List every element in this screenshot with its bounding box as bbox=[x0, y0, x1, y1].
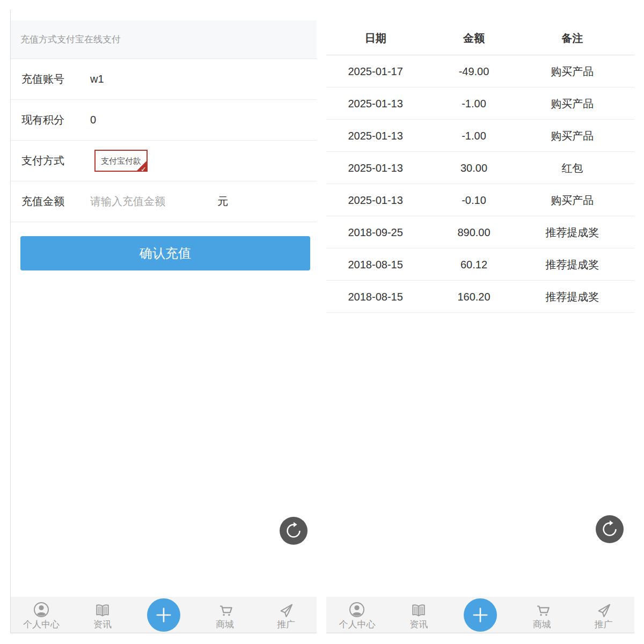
tab-profile-label: 个人中心 bbox=[339, 620, 375, 629]
pay-method-row: 支付方式 支付宝付款 ✓ bbox=[11, 141, 317, 181]
cell-note: 购买产品 bbox=[523, 120, 621, 151]
cell-amount: 160.20 bbox=[425, 281, 523, 312]
cell-note: 购买产品 bbox=[523, 55, 621, 87]
tab-news[interactable]: 资讯 bbox=[388, 597, 450, 633]
news-icon bbox=[93, 601, 112, 619]
pay-method-value: 支付宝付款 bbox=[101, 156, 141, 165]
account-row: 充值账号 w1 bbox=[11, 59, 317, 100]
cell-date: 2018-08-15 bbox=[326, 248, 425, 280]
cell-date: 2025-01-13 bbox=[326, 152, 425, 184]
table-header-row: 日期 金额 备注 bbox=[326, 21, 634, 55]
cell-note: 推荐提成奖 bbox=[523, 216, 621, 248]
user-icon bbox=[348, 601, 366, 619]
col-date: 日期 bbox=[326, 21, 425, 55]
col-note: 备注 bbox=[523, 21, 621, 55]
amount-label: 充值金额 bbox=[21, 194, 90, 209]
table-row: 2025-01-17 -49.00 购买产品 bbox=[326, 55, 634, 87]
cell-note: 红包 bbox=[523, 152, 621, 184]
tab-news-label: 资讯 bbox=[409, 620, 428, 629]
refresh-icon bbox=[280, 517, 308, 545]
tab-news-label: 资讯 bbox=[93, 620, 112, 629]
points-value: 0 bbox=[90, 114, 96, 126]
table-row: 2025-01-13 -1.00 购买产品 bbox=[326, 87, 634, 120]
tab-news[interactable]: 资讯 bbox=[72, 597, 133, 633]
cell-date: 2025-01-17 bbox=[326, 55, 425, 87]
cell-note: 推荐提成奖 bbox=[523, 281, 621, 312]
bottom-tabbar: 个人中心 资讯 bbox=[326, 597, 634, 633]
tab-promote[interactable]: 推广 bbox=[573, 597, 634, 633]
bottom-tabbar: 个人中心 资讯 bbox=[11, 597, 317, 633]
cell-date: 2025-01-13 bbox=[326, 184, 425, 216]
tab-profile[interactable]: 个人中心 bbox=[11, 597, 72, 633]
tab-promote[interactable]: 推广 bbox=[255, 597, 317, 633]
recharge-method-notice: 充值方式支付宝在线支付 bbox=[11, 20, 317, 59]
amount-unit: 元 bbox=[217, 194, 228, 209]
cell-amount: 890.00 bbox=[425, 216, 523, 248]
table-row: 2025-01-13 30.00 红包 bbox=[326, 152, 634, 184]
plus-icon bbox=[464, 598, 497, 632]
history-table: 日期 金额 备注 2025-01-17 -49.00 购买产品 2025-01-… bbox=[326, 21, 634, 313]
tab-profile-label: 个人中心 bbox=[23, 620, 60, 629]
tab-mall-label: 商城 bbox=[216, 620, 234, 629]
confirm-recharge-button[interactable]: 确认充值 bbox=[20, 236, 310, 270]
promote-icon bbox=[595, 601, 613, 619]
cell-date: 2025-01-13 bbox=[326, 120, 425, 151]
refresh-button[interactable] bbox=[596, 515, 624, 543]
tab-add[interactable] bbox=[450, 597, 511, 633]
points-row: 现有积分 0 bbox=[11, 100, 317, 141]
promote-icon bbox=[277, 601, 295, 619]
recharge-form: 充值账号 w1 现有积分 0 支付方式 支付宝付款 ✓ 充值金额 元 bbox=[11, 59, 317, 222]
user-icon bbox=[32, 601, 50, 619]
tab-profile[interactable]: 个人中心 bbox=[326, 597, 388, 633]
tab-mall-label: 商城 bbox=[533, 620, 551, 629]
amount-input[interactable] bbox=[90, 195, 211, 208]
account-value: w1 bbox=[90, 73, 104, 85]
tab-mall[interactable]: 商城 bbox=[511, 597, 573, 633]
check-icon: ✓ bbox=[141, 166, 147, 173]
cell-note: 推荐提成奖 bbox=[523, 248, 621, 280]
tab-mall[interactable]: 商城 bbox=[194, 597, 255, 633]
cell-note: 购买产品 bbox=[523, 184, 621, 216]
pay-method-label: 支付方式 bbox=[21, 153, 90, 168]
pay-method-select[interactable]: 支付宝付款 ✓ bbox=[94, 150, 148, 172]
amount-row: 充值金额 元 bbox=[11, 181, 317, 222]
tab-add[interactable] bbox=[133, 597, 194, 633]
points-label: 现有积分 bbox=[21, 113, 90, 127]
cell-amount: -1.00 bbox=[425, 120, 523, 151]
cell-amount: -0.10 bbox=[425, 184, 523, 216]
account-label: 充值账号 bbox=[21, 72, 90, 86]
cell-amount: -1.00 bbox=[425, 87, 523, 119]
cell-date: 2025-01-13 bbox=[326, 87, 425, 119]
cart-icon bbox=[216, 601, 234, 619]
tab-promote-label: 推广 bbox=[277, 620, 295, 629]
cell-date: 2018-09-25 bbox=[326, 216, 425, 248]
table-row: 2025-01-13 -1.00 购买产品 bbox=[326, 120, 634, 152]
cell-amount: -49.00 bbox=[425, 55, 523, 87]
plus-icon bbox=[147, 598, 180, 632]
cell-date: 2018-08-15 bbox=[326, 281, 425, 312]
news-icon bbox=[409, 601, 428, 619]
refresh-button[interactable] bbox=[280, 517, 308, 545]
table-row: 2025-01-13 -0.10 购买产品 bbox=[326, 184, 634, 216]
refresh-icon bbox=[596, 515, 624, 543]
table-row: 2018-08-15 60.12 推荐提成奖 bbox=[326, 248, 634, 281]
table-row: 2018-08-15 160.20 推荐提成奖 bbox=[326, 281, 634, 313]
cart-icon bbox=[533, 601, 551, 619]
cell-amount: 30.00 bbox=[425, 152, 523, 184]
cell-amount: 60.12 bbox=[425, 248, 523, 280]
table-row: 2018-09-25 890.00 推荐提成奖 bbox=[326, 216, 634, 248]
col-amount: 金额 bbox=[425, 21, 523, 55]
tab-promote-label: 推广 bbox=[595, 620, 613, 629]
cell-note: 购买产品 bbox=[523, 87, 621, 119]
